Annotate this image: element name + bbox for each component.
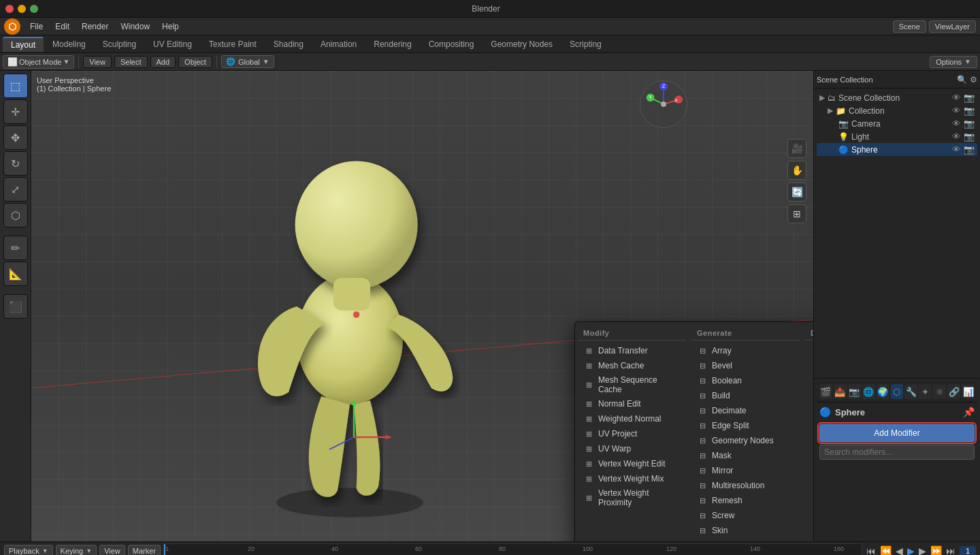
modifier-geometry-nodes[interactable]: ⊟ Geometry Nodes — [691, 433, 800, 448]
prop-particles-icon[interactable]: ✦ — [919, 384, 932, 399]
modifier-simple-deform[interactable]: ◇ Simple Deform — [805, 478, 813, 493]
marker-btn[interactable]: Marker — [128, 545, 161, 556]
modifier-smooth-corrective[interactable]: ◇ Smooth Corrective — [805, 508, 813, 523]
tab-geometry-nodes[interactable]: Geometry Nodes — [483, 37, 561, 51]
menu-help[interactable]: Help — [157, 20, 184, 33]
tab-animation[interactable]: Animation — [312, 37, 365, 51]
modifier-array[interactable]: ⊟ Array — [691, 343, 800, 358]
keying-selector[interactable]: Keying▼ — [56, 545, 97, 556]
options-button[interactable]: Options ▼ — [930, 56, 977, 68]
timeline-ruler[interactable]: 1 20 40 60 80 100 120 140 160 — [163, 543, 862, 556]
modifier-build[interactable]: ⊟ Build — [691, 388, 800, 403]
pin-icon[interactable]: 📌 — [963, 407, 975, 417]
modifier-uv-warp[interactable]: ⊞ UV Warp — [578, 441, 686, 456]
modifier-mirror[interactable]: ⊟ Mirror — [691, 463, 800, 478]
modifier-mesh-deform[interactable]: ◇ Mesh Deform — [805, 448, 813, 463]
modifier-skin[interactable]: ⊟ Skin — [691, 523, 800, 538]
camera-render-icon[interactable]: 📷 — [964, 118, 975, 129]
sphere-render-icon[interactable]: 📷 — [964, 144, 975, 155]
modifier-multiresolution[interactable]: ⊟ Multiresolution — [691, 478, 800, 493]
current-frame-display[interactable]: 1 — [960, 546, 976, 556]
outliner-filter-icon[interactable]: 🔍 — [957, 75, 967, 84]
modifier-vertex-weight-mix[interactable]: ⊞ Vertex Weight Mix — [578, 471, 686, 486]
tool-select[interactable]: ⬚ — [3, 74, 28, 98]
prop-view-layer-icon[interactable]: 📷 — [848, 384, 861, 399]
modifier-mesh-cache[interactable]: ⊞ Mesh Cache — [578, 358, 686, 373]
light-render-icon[interactable]: 📷 — [964, 131, 975, 142]
menu-render[interactable]: Render — [76, 20, 114, 33]
viewport-3d[interactable]: User Perspective (1) Collection | Sphere… — [31, 71, 813, 541]
sphere-visibility-icon[interactable]: 👁 — [952, 144, 961, 155]
outliner-scene-collection[interactable]: ▶ 🗂 Scene Collection 👁 📷 — [817, 91, 977, 104]
tool-annotate[interactable]: ✏ — [3, 236, 28, 260]
modifier-smooth-laplacian[interactable]: ◇ Smooth Laplacian — [805, 523, 813, 538]
prop-physics-icon[interactable]: ⚛ — [933, 384, 946, 399]
maximize-button[interactable] — [30, 5, 38, 13]
app-icon[interactable]: ⬡ — [4, 18, 20, 35]
prop-scene-icon[interactable]: 🌐 — [862, 384, 875, 399]
modifier-bevel[interactable]: ⊟ Bevel — [691, 358, 800, 373]
modifier-lattice[interactable]: ◇ Lattice — [805, 433, 813, 448]
prev-keyframe-btn[interactable]: ⏪ — [879, 544, 893, 556]
modifier-laplacian-deform[interactable]: ◇ Laplacian Deform — [805, 418, 813, 433]
view-menu[interactable]: View — [83, 56, 112, 68]
tab-rendering[interactable]: Rendering — [365, 37, 419, 51]
scene-selector[interactable]: Scene — [893, 20, 926, 33]
tab-shading[interactable]: Shading — [265, 37, 312, 51]
modifier-weighted-normal[interactable]: ⊞ Weighted Normal — [578, 411, 686, 426]
transform-selector[interactable]: 🌐 Global ▼ — [221, 55, 274, 68]
tool-scale[interactable]: ⤢ — [3, 177, 28, 202]
nav-gizmo[interactable]: X Y Z — [636, 80, 691, 135]
modifier-vertex-weight-proximity[interactable]: ⊞ Vertex Weight Proximity — [578, 486, 686, 509]
tab-modeling[interactable]: Modeling — [44, 37, 94, 51]
step-back-btn[interactable]: ◀ — [894, 544, 904, 556]
scene-camera-icon[interactable]: 📷 — [964, 93, 975, 103]
object-menu[interactable]: Object — [178, 56, 212, 68]
prop-constraints-icon[interactable]: 🔗 — [947, 384, 960, 399]
modifier-solidify[interactable]: ⊟ Solidify — [691, 538, 800, 541]
modifier-armature[interactable]: ◇ Armature — [805, 343, 813, 358]
tool-move[interactable]: ✥ — [3, 125, 28, 150]
tab-compositing[interactable]: Compositing — [421, 37, 483, 51]
tool-measure[interactable]: 📐 — [3, 261, 28, 286]
hand-pan-btn[interactable]: ✋ — [787, 161, 806, 180]
tab-layout[interactable]: Layout — [3, 37, 44, 52]
outliner-collection[interactable]: ▶ 📁 Collection 👁 📷 — [817, 104, 977, 117]
modifier-vertex-weight-edit[interactable]: ⊞ Vertex Weight Edit — [578, 456, 686, 471]
modifier-cast[interactable]: ◇ Cast — [805, 358, 813, 373]
camera-visibility-icon[interactable]: 👁 — [952, 118, 961, 129]
next-keyframe-btn[interactable]: ⏩ — [929, 544, 943, 556]
modifier-decimate[interactable]: ⊟ Decimate — [691, 403, 800, 418]
orbit-btn[interactable]: 🔄 — [787, 183, 806, 202]
modifier-curve[interactable]: ◇ Curve — [805, 373, 813, 388]
mode-selector[interactable]: ⬜ Object Mode ▼ — [3, 55, 74, 69]
step-forward-btn[interactable]: ▶ — [917, 544, 928, 556]
light-visibility-icon[interactable]: 👁 — [952, 131, 961, 142]
modifier-data-transfer[interactable]: ⊞ Data Transfer — [578, 343, 686, 358]
tab-sculpting[interactable]: Sculpting — [95, 37, 144, 51]
playback-selector[interactable]: Playback▼ — [4, 545, 53, 556]
modifier-surface-deform[interactable]: ◇ Surface Deform — [805, 538, 813, 541]
prop-object-icon[interactable]: ⬡ — [891, 384, 904, 399]
jump-end-btn[interactable]: ⏭ — [945, 544, 957, 556]
modifier-edge-split[interactable]: ⊟ Edge Split — [691, 418, 800, 433]
outliner-light[interactable]: 💡 Light 👁 📷 — [817, 130, 977, 143]
timeline-view-btn[interactable]: View — [99, 545, 125, 556]
modifier-smooth[interactable]: ◇ Smooth — [805, 493, 813, 508]
modifier-hook[interactable]: ◇ Hook — [805, 403, 813, 418]
prop-data-icon[interactable]: 📊 — [962, 384, 975, 399]
modifier-screw[interactable]: ⊟ Screw — [691, 508, 800, 523]
menu-edit[interactable]: Edit — [50, 20, 75, 33]
tab-texture-paint[interactable]: Texture Paint — [201, 37, 265, 51]
modifier-remesh[interactable]: ⊟ Remesh — [691, 493, 800, 508]
tool-cursor[interactable]: ✛ — [3, 99, 28, 124]
tab-scripting[interactable]: Scripting — [561, 37, 610, 51]
jump-start-btn[interactable]: ⏮ — [865, 544, 877, 556]
modifier-mask[interactable]: ⊟ Mask — [691, 448, 800, 463]
viewlayer-selector[interactable]: ViewLayer — [929, 20, 976, 33]
minimize-button[interactable] — [18, 5, 26, 13]
modifier-displace[interactable]: ◇ Displace — [805, 388, 813, 403]
play-btn[interactable]: ▶ — [906, 544, 916, 556]
tool-transform[interactable]: ⬡ — [3, 203, 28, 227]
tool-rotate[interactable]: ↻ — [3, 151, 28, 176]
